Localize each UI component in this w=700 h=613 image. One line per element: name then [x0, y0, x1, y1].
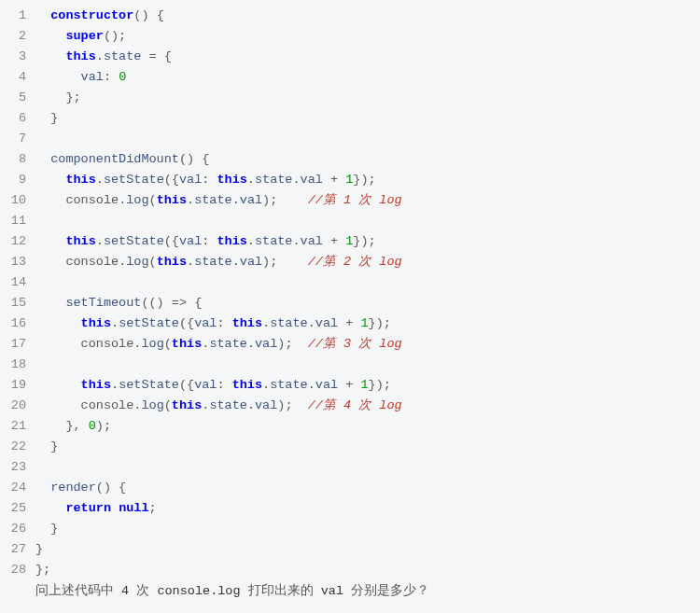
code-line: super(); [35, 26, 700, 47]
code-block: 1 2 3 4 5 6 7 8 9 10 11 12 13 14 15 16 1… [0, 6, 700, 580]
code-line: render() { [35, 478, 700, 498]
line-number: 23 [0, 457, 26, 478]
line-number: 24 [0, 478, 26, 498]
line-number: 17 [0, 334, 26, 355]
line-number: 22 [0, 437, 26, 457]
code-line [35, 457, 700, 478]
line-number: 6 [0, 108, 26, 129]
code-line: } [35, 519, 700, 539]
line-number: 27 [0, 539, 26, 560]
code-content: constructor() { super(); this.state = { … [35, 6, 700, 580]
code-line: } [35, 108, 700, 129]
line-number: 13 [0, 252, 26, 272]
line-number: 8 [0, 149, 26, 170]
line-number: 4 [0, 67, 26, 88]
line-number: 19 [0, 375, 26, 396]
code-line [35, 211, 700, 231]
line-number: 5 [0, 88, 26, 108]
code-line: console.log(this.state.val); //第 4 次 log [35, 396, 700, 416]
code-line [35, 129, 700, 149]
code-line: this.setState({val: this.state.val + 1})… [35, 313, 700, 334]
line-number: 3 [0, 47, 26, 67]
line-number-gutter: 1 2 3 4 5 6 7 8 9 10 11 12 13 14 15 16 1… [0, 6, 35, 580]
code-line [35, 355, 700, 375]
code-line: console.log(this.state.val); //第 2 次 log [35, 252, 700, 272]
line-number: 26 [0, 519, 26, 539]
code-line: return null; [35, 498, 700, 519]
line-number: 25 [0, 498, 26, 519]
question-text: 问上述代码中 4 次 console.log 打印出来的 val 分别是多少？ [35, 582, 700, 599]
line-number: 18 [0, 355, 26, 375]
code-line: } [35, 437, 700, 457]
code-line: val: 0 [35, 67, 700, 88]
line-number: 7 [0, 129, 26, 149]
line-number: 21 [0, 416, 26, 437]
code-line: console.log(this.state.val); //第 1 次 log [35, 190, 700, 211]
line-number: 10 [0, 190, 26, 211]
code-line: console.log(this.state.val); //第 3 次 log [35, 334, 700, 355]
line-number: 20 [0, 396, 26, 416]
code-line: this.state = { [35, 47, 700, 67]
line-number: 28 [0, 560, 26, 580]
code-line: setTimeout(() => { [35, 293, 700, 313]
code-line [35, 272, 700, 293]
code-line: this.setState({val: this.state.val + 1})… [35, 231, 700, 252]
code-line: } [35, 539, 700, 560]
line-number: 1 [0, 6, 26, 26]
code-line: }, 0); [35, 416, 700, 437]
line-number: 15 [0, 293, 26, 313]
code-line: componentDidMount() { [35, 149, 700, 170]
line-number: 11 [0, 211, 26, 231]
code-line: this.setState({val: this.state.val + 1})… [35, 170, 700, 190]
code-line: constructor() { [35, 6, 700, 26]
code-line: }; [35, 560, 700, 580]
line-number: 2 [0, 26, 26, 47]
line-number: 14 [0, 272, 26, 293]
line-number: 9 [0, 170, 26, 190]
code-line: }; [35, 88, 700, 108]
code-line: this.setState({val: this.state.val + 1})… [35, 375, 700, 396]
line-number: 12 [0, 231, 26, 252]
line-number: 16 [0, 313, 26, 334]
